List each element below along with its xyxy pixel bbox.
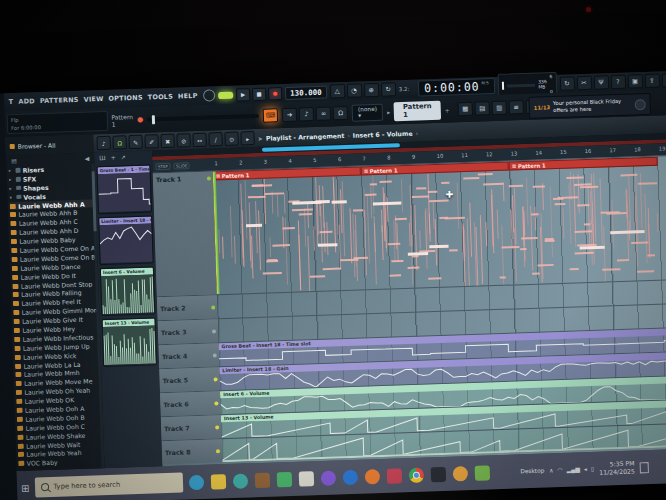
playlist-icon[interactable]: ▦ [458,102,473,116]
blend-notes-icon[interactable]: ♪ [299,107,314,121]
paint-icon[interactable]: ✐ [144,134,158,148]
ruler-tool-step[interactable]: STEP [155,162,170,169]
mute-tool-icon[interactable]: ⊘ [176,133,190,147]
desktop-toolbar-label[interactable]: Desktop [520,468,544,475]
battery-icon[interactable]: ▯ [591,466,594,472]
track-header-8[interactable]: Track 8 [162,439,223,464]
metronome-icon[interactable]: △ [329,84,344,98]
action-center-icon[interactable] [640,462,649,473]
notification-toast[interactable]: 11/13 Your personal Black Friday offers … [528,93,651,119]
main-volume-slider[interactable] [147,114,259,122]
menu-item-patterns[interactable]: PATTERNS [37,96,81,105]
upload-icon[interactable]: ⇪ [644,74,659,88]
tray-expand-icon[interactable]: ∧ [549,467,553,473]
slip-icon[interactable]: ↔ [192,133,206,147]
piano-roll-icon[interactable]: ▤ [475,101,490,115]
save-icon[interactable]: ▣ [627,74,642,88]
magnet-icon[interactable]: Ω [112,135,126,149]
preview-speaker-icon[interactable]: ◀ [84,154,89,161]
taskbar-app-edge[interactable] [189,474,204,489]
loop-source-select[interactable]: (none) ▾ [352,103,384,121]
tempo-display[interactable]: 130.000 [285,85,327,99]
channel-rack-icon[interactable]: ▥ [492,101,507,115]
browser-item[interactable]: VOC Baby [18,457,104,469]
track-header-1[interactable]: Track 1 [153,171,217,296]
track-lane-1[interactable]: ▦Pattern 1▦Pattern 1▦Pattern 1✚ [213,156,666,295]
track-mute-dot[interactable] [216,449,220,453]
taskbar-clock[interactable]: 5:35 PM 11/24/2025 [599,459,635,477]
playlist-subtitle[interactable]: Insert 6 - Volume [353,129,413,138]
step-edit-icon[interactable]: ➔ [282,108,297,122]
plus-icon[interactable]: + [110,154,115,161]
taskbar-app-photos[interactable] [387,468,402,483]
pattern-selector[interactable]: Pattern 1 [394,100,441,121]
slice-icon[interactable]: ∕ [208,132,222,146]
track-mute-dot[interactable] [211,305,215,309]
track-mute-dot[interactable] [213,353,217,357]
taskbar-app-folder[interactable] [211,474,226,489]
sync-icon[interactable]: ↻ [559,76,574,90]
detach-icon[interactable]: ♪ [96,136,110,150]
taskbar-app-excel[interactable] [277,471,292,486]
pattern-prev-icon[interactable]: ▸ [387,108,390,115]
track-header-2[interactable]: Track 2 [157,295,218,320]
menu-item-options[interactable]: OPTIONS [106,94,145,103]
typing-keyboard-icon[interactable]: ⌨ [263,108,278,122]
picker-clip[interactable]: Gross Beat - 1 - Time slot [96,164,152,214]
link-icon[interactable]: ∞ [316,106,331,120]
taskbar-search[interactable]: Type here to search [35,473,184,498]
wait-icon[interactable]: ◔ [346,83,361,97]
taskbar-app-media[interactable] [453,466,468,481]
line-icon[interactable]: ↗ [121,153,126,160]
signal-icon[interactable]: ▂▄▆ [567,466,581,472]
track-mute-dot[interactable] [214,401,218,405]
volume-icon[interactable]: ◂ [584,466,587,472]
track-header-3[interactable]: Track 3 [158,319,219,344]
render-icon[interactable]: ✂ [576,76,591,90]
picker-clip[interactable]: Limiter - Insert 18 - Gain [98,215,154,265]
achievements-icon[interactable]: ◎ [661,73,666,87]
track-header-7[interactable]: Track 7 [161,415,222,440]
menu-item-tools[interactable]: TOOLS [145,93,176,102]
track-mute-dot[interactable] [207,176,211,180]
picker-clip[interactable]: Insert 13 - Volume [102,317,158,367]
taskbar-app-terminal[interactable] [431,466,446,481]
multilink-icon[interactable]: Ω [333,106,348,120]
zoom-tool-icon[interactable]: ⊙ [224,132,238,146]
track-mute-dot[interactable] [212,329,216,333]
start-button[interactable]: ⊞ [21,482,30,493]
track-header-4[interactable]: Track 4 [158,343,219,368]
taskbar-app-notes[interactable] [299,471,314,486]
delete-icon[interactable]: ✖ [160,134,174,148]
copy-icon[interactable]: ▤ [11,157,17,164]
mic-icon[interactable]: Ψ [593,75,608,89]
countin-icon[interactable]: ⊕ [363,83,378,97]
onedrive-icon[interactable]: ◠ [557,467,562,473]
record-button[interactable]: ● [268,87,282,100]
time-display[interactable]: 0:00:00 M:S [418,78,495,97]
main-volume-knob[interactable] [203,89,215,101]
track-mute-dot[interactable] [215,425,219,429]
mixer-icon[interactable]: ≡ [509,100,524,114]
track-header-6[interactable]: Track 6 [160,391,221,416]
playlist-title[interactable]: Playlist - Arrangement [266,132,345,142]
menu-item-help[interactable]: HELP [175,92,200,101]
playback-tool-icon[interactable]: ▸ [240,131,254,145]
taskbar-app-store[interactable] [233,473,248,488]
grid-icon[interactable]: Ш [99,154,106,161]
ruler-tool-slide[interactable]: SLIDE [173,162,190,170]
menu-item-t[interactable]: T [6,98,16,106]
pencil-icon[interactable]: ✎ [128,135,142,149]
track-header-5[interactable]: Track 5 [159,367,220,392]
stop-button[interactable]: ■ [252,87,266,100]
taskbar-app-paint[interactable] [475,465,490,480]
menu-item-view[interactable]: VIEW [81,95,106,104]
taskbar-app-clipchamp[interactable] [321,470,336,485]
play-button[interactable]: ▶ [236,88,250,101]
picker-clip[interactable]: Insert 6 - Volume [100,266,156,316]
menu-item-add[interactable]: ADD [16,97,38,106]
taskbar-app-office[interactable] [255,472,270,487]
track-mute-dot[interactable] [214,377,218,381]
loop-record-icon[interactable]: ↻ [380,82,395,96]
help-icon[interactable]: ? [610,75,625,89]
